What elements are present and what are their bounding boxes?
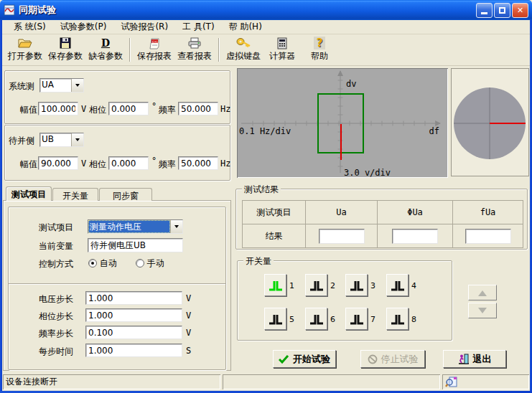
tab-strip: 测试项目 开关量 同步窗 bbox=[6, 186, 228, 201]
f-step-label: 频率步长 bbox=[39, 328, 73, 340]
save-report-button[interactable]: EXL 保存报表 bbox=[134, 36, 174, 64]
save-params-button[interactable]: 保存参数 bbox=[45, 36, 85, 64]
results-header-phi-ua: ΦUa bbox=[378, 201, 453, 224]
f-step-input[interactable] bbox=[85, 326, 182, 339]
menu-tools[interactable]: 工 具(T) bbox=[175, 19, 222, 34]
switch-contact-icon bbox=[349, 313, 365, 326]
chevron-down-icon[interactable] bbox=[71, 79, 83, 92]
switch-button-3[interactable] bbox=[345, 274, 368, 296]
results-legend: 测试结果 bbox=[242, 184, 281, 196]
window-border-left bbox=[0, 19, 2, 393]
toolbar-separator bbox=[218, 38, 220, 62]
phase-circle-panel bbox=[451, 68, 529, 176]
status-section-icon bbox=[442, 374, 529, 389]
results-row-label: 结果 bbox=[243, 224, 306, 247]
phase-unit: ° bbox=[151, 156, 157, 166]
amp-label: 幅值 bbox=[20, 158, 37, 171]
switch-button-4[interactable] bbox=[386, 274, 409, 296]
phase-label: 相位 bbox=[89, 158, 106, 171]
chevron-down-icon[interactable] bbox=[71, 133, 83, 146]
amp-label: 幅值 bbox=[20, 104, 37, 116]
v-step-unit: V bbox=[186, 293, 191, 303]
v-step-label: 电压步长 bbox=[39, 293, 73, 306]
result-f-ua-input[interactable] bbox=[465, 229, 511, 244]
v-step-input[interactable] bbox=[85, 291, 182, 305]
standby-freq-input[interactable] bbox=[178, 156, 218, 170]
system-amp-input[interactable] bbox=[38, 102, 78, 115]
switch-button-7[interactable] bbox=[345, 308, 368, 330]
standby-side-label: 待并侧 bbox=[9, 135, 34, 147]
view-report-button[interactable]: 查看报表 bbox=[174, 36, 215, 64]
switch-button-1[interactable] bbox=[264, 274, 286, 296]
menu-system[interactable]: 系 统(S) bbox=[6, 19, 53, 34]
current-var-label: 当前变量 bbox=[39, 240, 73, 252]
standby-side-group: 待并侧 UB 幅值 V 相位 ° 频率 Hz bbox=[4, 125, 230, 181]
phase-unit: ° bbox=[151, 101, 157, 111]
switch-button-5[interactable] bbox=[264, 308, 286, 330]
tab-test-items[interactable]: 测试项目 bbox=[6, 186, 52, 201]
ph-step-label: 相位步长 bbox=[39, 311, 73, 323]
save-report-icon: EXL bbox=[149, 37, 160, 49]
switches-legend: 开关量 bbox=[243, 255, 274, 267]
system-phase-input[interactable] bbox=[108, 102, 149, 115]
virtual-keyboard-button[interactable]: 虚拟键盘 bbox=[223, 36, 263, 64]
switch-num: 2 bbox=[330, 281, 335, 290]
default-params-button[interactable]: D 缺省参数 bbox=[85, 36, 126, 64]
freq-label: 频率 bbox=[159, 158, 176, 171]
menu-test-params[interactable]: 试验参数(P) bbox=[53, 19, 114, 34]
maximize-button[interactable] bbox=[494, 3, 510, 18]
result-ua-input[interactable] bbox=[319, 229, 365, 244]
system-channel-select[interactable]: UA bbox=[39, 78, 84, 93]
open-folder-icon bbox=[18, 37, 32, 49]
radio-manual-icon[interactable] bbox=[136, 259, 144, 267]
key-icon bbox=[236, 37, 251, 49]
chart-canvas: dv df 0.1 Hz/div 3.0 v/div bbox=[237, 68, 448, 178]
result-phi-ua-input[interactable] bbox=[392, 229, 438, 244]
exit-button[interactable]: 退出 bbox=[443, 350, 506, 368]
standby-channel-select[interactable]: UB bbox=[39, 133, 84, 147]
switch-contact-icon bbox=[390, 279, 406, 292]
close-button[interactable]: ✕ bbox=[512, 3, 528, 18]
ph-step-input[interactable] bbox=[85, 308, 182, 322]
ph-step-unit: V bbox=[186, 311, 191, 321]
svg-text:EXL: EXL bbox=[152, 40, 159, 44]
radio-auto[interactable]: 自动 bbox=[88, 257, 117, 270]
chevron-down-icon[interactable] bbox=[170, 220, 182, 233]
divider bbox=[9, 283, 225, 285]
tab-sync-window[interactable]: 同步窗 bbox=[99, 188, 152, 201]
t-step-input[interactable] bbox=[85, 344, 182, 357]
arrow-up-icon bbox=[478, 286, 487, 296]
switch-num: 4 bbox=[411, 281, 416, 290]
radio-auto-icon[interactable] bbox=[88, 259, 97, 267]
switch-button-8[interactable] bbox=[386, 308, 409, 330]
dv-axis-label: dv bbox=[346, 79, 356, 89]
switch-button-6[interactable] bbox=[305, 308, 327, 330]
floppy-disk-icon bbox=[60, 37, 71, 49]
current-var-input[interactable] bbox=[88, 238, 183, 252]
calculator-button[interactable]: 计算器 bbox=[263, 36, 301, 64]
tab-switches[interactable]: 开关量 bbox=[52, 188, 98, 201]
radio-manual[interactable]: 手动 bbox=[136, 257, 164, 270]
standby-amp-input[interactable] bbox=[38, 156, 78, 170]
switch-button-2[interactable] bbox=[305, 274, 327, 296]
menu-help[interactable]: 帮 助(H) bbox=[222, 19, 269, 34]
t-step-label: 每步时间 bbox=[39, 346, 73, 358]
scroll-up-button[interactable] bbox=[468, 285, 497, 300]
switch-num: 6 bbox=[330, 315, 335, 324]
minimize-icon bbox=[481, 12, 487, 14]
menu-test-report[interactable]: 试验报告(R) bbox=[113, 19, 175, 34]
maximize-icon bbox=[499, 7, 505, 14]
scroll-down-button[interactable] bbox=[468, 303, 497, 318]
t-step-unit: S bbox=[186, 346, 191, 356]
minimize-button[interactable] bbox=[476, 3, 493, 18]
df-axis-label: df bbox=[429, 126, 439, 136]
start-test-button[interactable]: 开始试验 bbox=[273, 350, 336, 368]
report-preview-icon bbox=[445, 376, 458, 389]
system-freq-input[interactable] bbox=[178, 102, 218, 115]
switch-num: 8 bbox=[411, 315, 416, 324]
open-params-button[interactable]: 打开参数 bbox=[5, 36, 45, 64]
system-side-group: 系统测 UA 幅值 V 相位 ° 频率 Hz bbox=[4, 70, 230, 124]
test-item-select[interactable]: 测量动作电压 bbox=[88, 219, 183, 234]
standby-phase-input[interactable] bbox=[108, 156, 149, 170]
help-button[interactable]: ? 帮助 bbox=[301, 36, 338, 64]
